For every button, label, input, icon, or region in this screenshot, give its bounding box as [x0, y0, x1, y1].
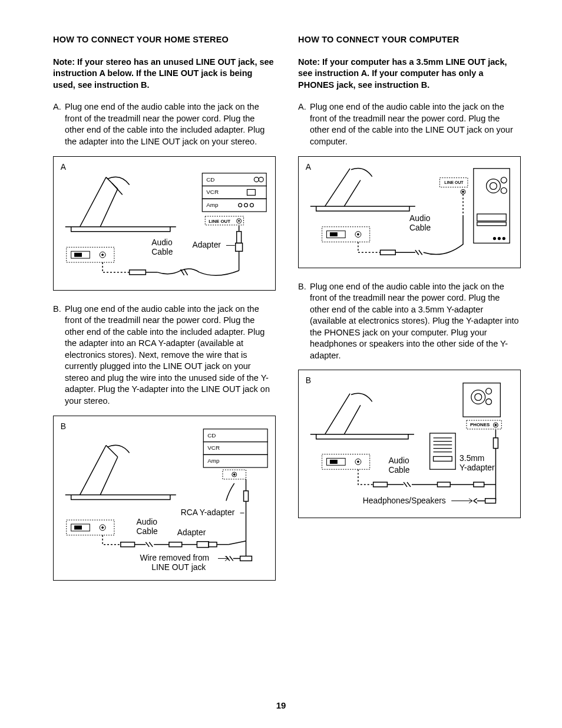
- svg-rect-111: [493, 438, 498, 449]
- left-figure-a: A: [53, 156, 276, 291]
- svg-text:Cable: Cable: [137, 526, 158, 535]
- svg-rect-52: [169, 542, 182, 546]
- svg-point-101: [471, 390, 485, 404]
- right-column: HOW TO CONNECT YOUR COMPUTER Note: If yo…: [298, 34, 521, 594]
- svg-text:CD: CD: [206, 176, 214, 182]
- svg-text:Wire removed from: Wire removed from: [140, 553, 209, 562]
- right-title: HOW TO CONNECT YOUR COMPUTER: [298, 34, 521, 46]
- svg-rect-54: [197, 541, 209, 547]
- svg-text:B: B: [306, 375, 311, 385]
- step-letter: B.: [298, 281, 310, 362]
- svg-rect-86: [330, 232, 337, 236]
- svg-text:3.5mm: 3.5mm: [459, 454, 484, 463]
- svg-text:LINE OUT: LINE OUT: [444, 180, 464, 185]
- svg-point-15: [238, 220, 240, 222]
- svg-text:Audio: Audio: [137, 517, 158, 526]
- svg-text:Adapter: Adapter: [177, 527, 206, 536]
- svg-rect-84: [322, 226, 370, 242]
- svg-text:RCA Y-adapter: RCA Y-adapter: [181, 508, 235, 517]
- svg-rect-22: [75, 253, 82, 256]
- svg-text:Audio: Audio: [409, 213, 431, 222]
- fig-letter: A: [61, 162, 67, 171]
- svg-point-73: [503, 237, 505, 239]
- svg-rect-18: [236, 243, 243, 251]
- left-step-b: B. Plug one end of the audio cable into …: [53, 304, 276, 407]
- svg-rect-17: [237, 231, 242, 243]
- svg-rect-121: [437, 482, 450, 487]
- svg-point-24: [102, 253, 104, 255]
- right-note: Note: If your computer has a 3.5mm LINE …: [298, 57, 521, 91]
- svg-text:PHONES: PHONES: [470, 422, 490, 427]
- right-step-b: B. Plug one end of the audio cable into …: [298, 281, 521, 362]
- svg-point-75: [493, 237, 495, 239]
- svg-point-103: [486, 388, 492, 394]
- svg-point-7: [244, 203, 248, 207]
- left-column: HOW TO CONNECT YOUR HOME STEREO Note: If…: [53, 34, 276, 594]
- svg-rect-42: [244, 490, 249, 501]
- right-figure-b: B: [298, 370, 521, 518]
- svg-rect-100: [434, 457, 452, 462]
- svg-rect-118: [373, 482, 388, 487]
- svg-rect-126: [485, 499, 496, 503]
- svg-rect-20: [67, 247, 114, 262]
- svg-point-102: [475, 394, 482, 401]
- step-body: Plug one end of the audio cable into the…: [310, 101, 521, 147]
- left-title: HOW TO CONNECT YOUR HOME STEREO: [53, 34, 276, 46]
- svg-text:A: A: [306, 162, 312, 171]
- svg-text:Headphones/Speakers: Headphones/Speakers: [363, 496, 446, 505]
- svg-rect-25: [130, 269, 146, 274]
- svg-rect-123: [474, 482, 484, 487]
- svg-point-6: [239, 203, 242, 207]
- svg-point-78: [501, 177, 507, 183]
- svg-point-39: [233, 473, 235, 475]
- svg-text:B: B: [61, 421, 66, 430]
- svg-rect-113: [322, 454, 370, 470]
- svg-text:Adapter: Adapter: [192, 240, 221, 249]
- svg-rect-115: [330, 460, 337, 464]
- svg-rect-5: [247, 189, 256, 195]
- svg-text:CD: CD: [207, 431, 216, 438]
- svg-rect-55: [209, 542, 217, 546]
- svg-rect-49: [121, 542, 135, 546]
- svg-rect-89: [381, 250, 396, 255]
- svg-text:VCR: VCR: [207, 444, 220, 451]
- svg-rect-71: [477, 213, 506, 220]
- step-body: Plug one end of the audio cable into the…: [310, 281, 521, 362]
- svg-line-57: [229, 541, 246, 544]
- svg-text:Amp: Amp: [206, 202, 219, 208]
- svg-text:Audio: Audio: [388, 456, 409, 466]
- svg-point-8: [250, 203, 253, 207]
- svg-rect-59: [240, 556, 252, 561]
- step-letter: B.: [53, 304, 65, 407]
- svg-point-4: [259, 177, 263, 182]
- svg-rect-72: [477, 222, 506, 225]
- svg-rect-70: [474, 168, 510, 243]
- svg-point-88: [357, 233, 359, 235]
- left-note: Note: If your stereo has an unused LINE …: [53, 57, 276, 91]
- svg-point-76: [487, 179, 501, 193]
- right-step-a: A. Plug one end of the audio cable into …: [298, 101, 521, 147]
- svg-point-48: [102, 526, 104, 528]
- svg-point-3: [254, 177, 259, 182]
- svg-text:Audio: Audio: [151, 238, 173, 247]
- svg-text:LINE OUT jack: LINE OUT jack: [151, 562, 206, 572]
- svg-point-74: [498, 237, 500, 239]
- svg-text:LINE OUT: LINE OUT: [209, 218, 230, 223]
- right-figure-a: A: [298, 156, 521, 268]
- step-letter: A.: [298, 101, 310, 147]
- svg-point-79: [501, 187, 507, 193]
- svg-rect-94: [430, 433, 456, 469]
- left-step-a: A. Plug one end of the audio cable into …: [53, 101, 276, 147]
- svg-text:Y-adapter: Y-adapter: [459, 463, 495, 473]
- svg-rect-44: [67, 520, 114, 535]
- svg-rect-46: [75, 526, 82, 529]
- svg-point-117: [357, 461, 359, 463]
- svg-text:Cable: Cable: [151, 247, 173, 256]
- page-number: 19: [0, 700, 562, 711]
- step-body: Plug one end of the audio cable into the…: [65, 304, 276, 407]
- left-figure-b: B CD: [53, 416, 276, 581]
- svg-text:Cable: Cable: [388, 466, 409, 475]
- svg-point-77: [490, 182, 497, 189]
- svg-rect-105: [463, 383, 500, 417]
- svg-text:Cable: Cable: [409, 222, 431, 232]
